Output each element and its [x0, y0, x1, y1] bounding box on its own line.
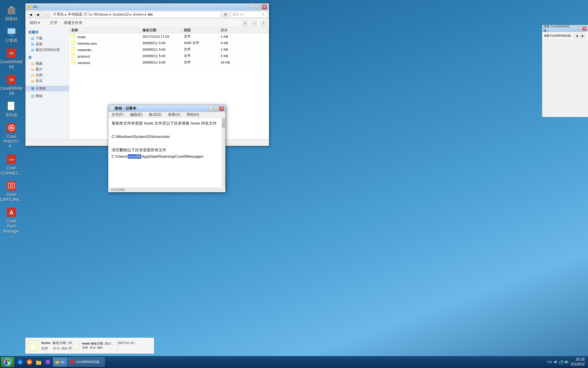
sidebar-item-desktop[interactable]: 桌面	[26, 41, 69, 47]
file-type-lmhosts: SAM 文件	[182, 41, 219, 45]
organize-button[interactable]: 组织 ▾	[28, 20, 41, 26]
svg-rect-9	[9, 36, 14, 36]
col-header-size[interactable]: 大小	[219, 28, 242, 32]
view-toggle[interactable]: ≡	[242, 20, 248, 26]
menu-edit[interactable]: 编辑(E)	[129, 112, 144, 118]
speaker-icon[interactable]	[553, 360, 558, 364]
explorer-title: etc	[33, 5, 38, 9]
icon-coreldraw-x8[interactable]: X8 CorelDRAW X8	[2, 48, 21, 70]
refresh-button[interactable]: ⟳	[222, 11, 229, 18]
svg-rect-8	[10, 35, 13, 36]
ql-media[interactable]	[25, 358, 34, 366]
notepad-maximize[interactable]: □	[214, 106, 219, 111]
corel-title: 搜索 CorelDRAW证版...	[544, 24, 573, 33]
col-header-date[interactable]: 修改日期	[140, 28, 182, 32]
file-row-networks[interactable]: networks 2009/6/11 5:00 文件 1 KB	[69, 46, 269, 53]
icon-coreldraw-x8-2[interactable]: X8 CorelDRAW X8	[2, 74, 21, 96]
taskbar-item-corel-label: CorelDRAW证版...	[76, 360, 102, 364]
file-row-services[interactable]: services 2009/6/11 5:00 文件 18 KB	[69, 59, 269, 66]
up-button[interactable]: ↑	[43, 11, 49, 18]
corel-minimize[interactable]: ─	[573, 27, 577, 31]
sidebar-item-computer[interactable]: 计算机	[26, 86, 69, 92]
icon-corel-photo[interactable]: Corel PHOTO-P...	[2, 122, 21, 149]
ql-folder[interactable]	[35, 358, 43, 366]
help-button[interactable]: ?	[261, 20, 266, 26]
file-date-protocol: 2009/6/11 5:00	[140, 54, 182, 58]
corel-close[interactable]: ✕	[582, 27, 587, 31]
notepad-icon	[110, 107, 114, 110]
h-scroll-thumb	[111, 189, 125, 191]
notepad-content[interactable]: 复制本文件夹里面 hosts 文件至以下目录替换 hosts 同名文件 C:\W…	[108, 118, 221, 187]
file-date-networks: 2009/6/11 5:00	[140, 47, 182, 51]
taskbar-item-corel[interactable]: CorelDRAW证版...	[68, 357, 105, 367]
sidebar-item-music[interactable]: 音乐	[26, 78, 69, 84]
breadcrumb-disk[interactable]: 本地磁盘 (C:)	[68, 12, 90, 17]
breadcrumb[interactable]: 计算机 ▶ 本地磁盘 (C:) ▶ Windows ▶ System32 ▶ d…	[51, 11, 221, 18]
file-row-hosts[interactable]: hosts 2017/12/14 17:03 文件 1 KB	[69, 33, 269, 40]
notepad-close[interactable]: ✕	[219, 106, 224, 111]
notepad-title: 教程 - 记事本	[115, 106, 136, 111]
icon-computer[interactable]: 计算机	[2, 26, 21, 43]
ql-ie[interactable]: e	[16, 358, 24, 366]
notepad-scrollbar[interactable]	[221, 118, 225, 187]
col-header-name[interactable]: 名称	[69, 28, 140, 32]
sidebar-item-recent[interactable]: 最近访问的位置	[26, 47, 69, 53]
corel-maximize[interactable]: □	[578, 27, 582, 31]
icon-corel-connect[interactable]: CON Corel CONNEC...	[2, 154, 21, 176]
battery-icon[interactable]	[564, 360, 569, 364]
minimize-button[interactable]: ─	[250, 4, 255, 9]
sidebar-item-pictures[interactable]: 图片	[26, 66, 69, 72]
preview-toggle[interactable]: □	[251, 20, 257, 26]
file-row-protocol[interactable]: protocol 2009/6/11 5:00 文件 2 KB	[69, 53, 269, 59]
icon-notepad-file[interactable]: 序列息	[2, 101, 21, 118]
menu-view[interactable]: 查看(V)	[167, 112, 182, 118]
icon-coreldraw-x8-label: CorelDRAW X8	[0, 60, 23, 70]
icon-corel-capture[interactable]: Corel CAPTURE...	[2, 180, 21, 202]
file-row-lmhosts[interactable]: lmhosts.sam 2009/6/11 5:00 SAM 文件 4 KB	[69, 40, 269, 46]
breadcrumb-computer[interactable]: 计算机	[53, 12, 64, 17]
breadcrumb-etc[interactable]: etc	[148, 12, 153, 17]
network-icon-sidebar	[31, 95, 34, 98]
corel-back[interactable]: ◀	[574, 34, 579, 38]
sidebar-network-section: 网络	[26, 93, 69, 99]
svg-rect-38	[31, 80, 34, 83]
open-button[interactable]: 打开	[49, 20, 59, 26]
forward-button[interactable]: ▶	[35, 11, 42, 18]
icon-corel-font[interactable]: A Corel Font Manager ...	[2, 207, 21, 239]
menu-format[interactable]: 格式(O)	[148, 112, 163, 118]
svg-rect-34	[31, 49, 34, 51]
breadcrumb-windows[interactable]: Windows	[94, 12, 109, 17]
horizontal-scrollbar[interactable]	[110, 188, 223, 191]
file-date-services: 2009/6/11 5:00	[140, 60, 182, 64]
maximize-button[interactable]: □	[256, 4, 261, 9]
clock[interactable]: 20:35 2019/5/2	[570, 357, 585, 367]
breadcrumb-drivers[interactable]: drivers	[133, 12, 144, 17]
sidebar-item-documents[interactable]: 文档	[26, 72, 69, 78]
file-name-networks: networks	[69, 47, 140, 52]
notepad-body: 复制本文件夹里面 hosts 文件至以下目录替换 hosts 同名文件 C:\W…	[108, 118, 225, 187]
sidebar-favorites-header: 收藏夹	[26, 29, 69, 36]
svg-rect-49	[74, 342, 79, 349]
icon-recycle[interactable]: 回收站	[2, 5, 21, 22]
sidebar-item-download[interactable]: 下载	[26, 36, 69, 41]
ql-unknown[interactable]: ?	[44, 358, 52, 366]
notepad-minimize[interactable]: ─	[209, 106, 213, 111]
clock-date: 2019/5/2	[570, 362, 585, 367]
back-button[interactable]: ◀	[27, 11, 34, 18]
taskbar-item-etc[interactable]: etc	[53, 357, 67, 367]
network-tray-icon[interactable]	[559, 360, 563, 364]
sidebar-item-network[interactable]: 网络	[26, 93, 69, 99]
svg-rect-41	[32, 90, 34, 90]
close-button[interactable]: ✕	[262, 4, 267, 9]
sidebar-item-video[interactable]: 视频	[26, 61, 69, 66]
menu-help[interactable]: 帮助(H)	[185, 112, 200, 118]
corel-forward[interactable]: ▶	[580, 34, 585, 38]
col-header-type[interactable]: 类型	[182, 28, 219, 32]
search-box[interactable]: 搜索 etc	[230, 11, 267, 18]
new-folder-button[interactable]: 新建文件夹	[62, 20, 84, 26]
breadcrumb-arrow-3: ▶	[109, 13, 112, 16]
menu-file[interactable]: 文件(F)	[110, 112, 125, 118]
notepad-controls: ─ □ ✕	[209, 106, 224, 111]
start-button[interactable]	[1, 357, 14, 367]
breadcrumb-system32[interactable]: System32	[113, 12, 129, 17]
